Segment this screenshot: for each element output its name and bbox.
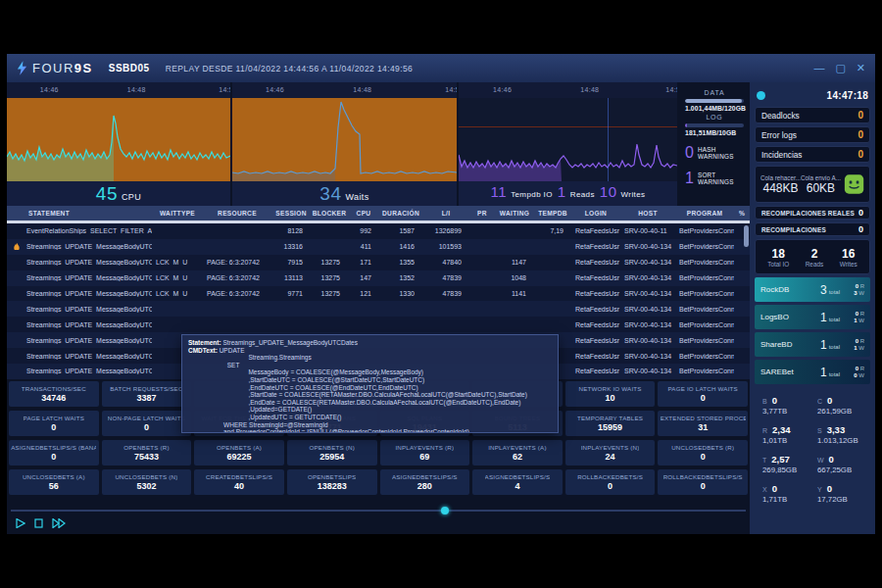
alert-counter-error-logs[interactable]: Error logs0 <box>755 126 870 143</box>
alert-label: Deadlocks <box>761 111 800 121</box>
database-reads-writes: 0 R3 W <box>843 283 864 297</box>
statement-cell: Streamings_UPDATE_MessageBodyUTCDates <box>7 321 152 328</box>
stat-tile-label: BATCH REQUESTS/SEC <box>110 385 182 392</box>
cell: 1587 <box>379 227 422 234</box>
left-column: 14:4614:4814:50 45CPU 14:4614:4814:50 34… <box>7 82 750 534</box>
cell: SRV-00-40-134 <box>620 353 675 360</box>
metric-value: 34 <box>319 183 341 205</box>
database-name: LogsBO <box>760 313 817 321</box>
stat-tile-label: PAGE LATCH WAITS <box>24 415 85 421</box>
table-row[interactable]: Streamings_UPDATE_MessageBodyUTCDatesRet… <box>7 317 750 332</box>
cell: RetaFeedsUsr <box>571 227 620 234</box>
io-summary-value: 2 <box>806 247 823 261</box>
database-row-sarebet[interactable]: SAREBet1total0 R0 W <box>755 360 870 384</box>
maximize-icon[interactable]: ▢ <box>835 63 845 74</box>
stat-tile: OPENBETS (A)69225 <box>194 440 284 466</box>
cell: BetProvidersConn... <box>675 306 734 313</box>
cpu-chart-plot <box>7 98 230 181</box>
alert-value: 0 <box>858 149 863 160</box>
cell: 13275 <box>311 259 348 266</box>
timeline-track[interactable] <box>11 510 746 512</box>
drive-s: S3,331.013,12GB <box>817 424 868 445</box>
stat-tile-label: ASIGNEDBETSLIPS/S <box>485 473 551 480</box>
alert-counter-incidencias[interactable]: Incidencias0 <box>755 146 870 163</box>
io-summary-reads: 2Reads <box>806 247 823 268</box>
queue-label: Cola rehacer... <box>760 174 801 181</box>
table-row[interactable]: EventRelationShips_SELECT_FILTER_Actives… <box>7 223 750 239</box>
status-dot-icon[interactable] <box>757 91 765 100</box>
time-tick: 14:48 <box>353 86 371 93</box>
io-summary-writes: 16Writes <box>840 247 858 268</box>
database-row-logsbo[interactable]: LogsBO1total0 R1 W <box>755 305 870 329</box>
alert-label: Incidencias <box>761 150 803 160</box>
cell: SRV-00-40-134 <box>620 337 675 344</box>
drive-r: R2,341,01TB <box>762 424 813 445</box>
queues-card: Cola rehacer...448KBCola envío A...60KB <box>755 166 870 203</box>
minimize-icon[interactable]: — <box>813 63 824 74</box>
waits-chart-plot <box>232 98 457 181</box>
statement-cell: Streamings_UPDATE_MessageBodyUTCDates <box>7 243 152 250</box>
titlebar: FOUR9S SSBD05 REPLAY DESDE 11/04/2022 14… <box>7 54 875 82</box>
drive-value: 0 <box>827 395 832 406</box>
stat-tile-value: 5302 <box>136 481 156 491</box>
stat-tile-label: TEMPORARY TABLES <box>577 415 643 421</box>
log-file-label: LOG <box>685 114 744 121</box>
waits-sparkline <box>232 98 457 181</box>
drive-capacity: 261,59GB <box>817 407 868 416</box>
table-scrollbar-thumb[interactable] <box>744 225 749 247</box>
drive-value: 3,33 <box>827 424 846 435</box>
charts-row: 14:4614:4814:50 45CPU 14:4614:4814:50 34… <box>7 82 750 206</box>
table-row[interactable]: Streamings_UPDATE_MessageBodyUTCDatesRet… <box>7 301 750 317</box>
sidebar-header: 14:47:18 <box>755 86 870 104</box>
drive-w: W0667,25GB <box>817 454 868 474</box>
drive-letter: S <box>817 427 822 434</box>
cell: 7915 <box>271 259 311 266</box>
time-tick: 14:48 <box>127 86 146 93</box>
stat-tile: ASIGNEDBETSLIPS/S (BANA...0 <box>9 440 99 466</box>
cell: 1355 <box>379 259 422 266</box>
recompilations-card: RECOMPILACIONES0 <box>755 222 870 236</box>
drive-letter: C <box>817 398 822 405</box>
play-icon[interactable] <box>16 518 25 528</box>
database-row-sharebd[interactable]: ShareBD1total0 R1 W <box>755 332 870 357</box>
screen: FOUR9S SSBD05 REPLAY DESDE 11/04/2022 14… <box>0 0 882 588</box>
io-summary-total-io: 18Total IO <box>767 247 789 268</box>
time-tick: 14:46 <box>40 86 59 93</box>
statement-cell: EventRelationShips_SELECT_FILTER_Actives… <box>7 227 152 234</box>
stat-tile-value: 0 <box>701 452 706 462</box>
database-row-rockdb[interactable]: RockDB3total0 R3 W <box>755 277 870 302</box>
cpu-chart[interactable]: 14:4614:4814:50 45CPU <box>7 82 230 206</box>
tempdb-chart[interactable]: 14:4614:4814:50 11Tempdb IO1Reads10Write… <box>459 82 677 206</box>
metric-label: Writes <box>621 190 646 199</box>
stat-tile-value: 10 <box>606 393 615 403</box>
table-row[interactable]: Streamings_UPDATE_MessageBodyUTCDatesLCK… <box>7 270 750 286</box>
stat-tile-label: TRANSACTIONS/SEC <box>22 385 86 392</box>
timeline-slider[interactable] <box>11 506 746 515</box>
waits-chart[interactable]: 14:4614:4814:50 34Waits <box>232 82 457 206</box>
stat-tile-value: 34746 <box>41 393 66 403</box>
stat-tile-value: 56 <box>49 481 59 491</box>
time-tick: 14:46 <box>493 86 512 93</box>
stat-tile-label: OPENBETSLIPS <box>308 473 357 480</box>
alert-counter-deadlocks[interactable]: Deadlocks0 <box>755 107 870 123</box>
health-smiley-icon <box>844 173 864 195</box>
stat-tile-value: 69225 <box>227 452 252 462</box>
database-name: SAREBet <box>760 368 817 376</box>
timeline-handle[interactable] <box>441 507 449 514</box>
table-row[interactable]: Streamings_UPDATE_MessageBodyUTCDatesLCK… <box>7 255 750 270</box>
fast-forward-icon[interactable] <box>52 518 66 528</box>
stop-icon[interactable] <box>34 518 43 528</box>
cell: BetProvidersConn... <box>675 337 734 344</box>
table-row[interactable]: Streamings_UPDATE_MessageBodyUTCDatesLCK… <box>7 286 750 302</box>
table-row[interactable]: Streamings_UPDATE_MessageBodyUTCDates133… <box>7 239 750 255</box>
close-icon[interactable]: ✕ <box>857 63 865 74</box>
window-controls: — ▢ ✕ <box>813 63 865 74</box>
drive-capacity: 1.013,12GB <box>817 436 868 445</box>
cell: 13113 <box>271 274 311 281</box>
logo-bolt-icon <box>17 61 27 75</box>
drive-capacity: 269,85GB <box>762 466 813 474</box>
cell: PAGE: 6:3:20742 <box>203 274 271 281</box>
waits-chart-time-axis: 14:4614:4814:50 <box>232 82 457 98</box>
column-header: PR <box>469 210 495 217</box>
metric-waits: 34Waits <box>319 183 368 205</box>
